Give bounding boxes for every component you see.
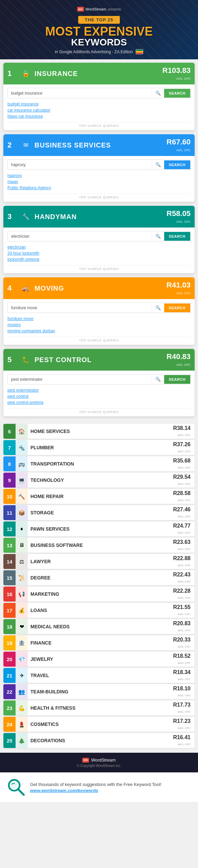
- list-item-22: 22 👥 TEAM-BUILDING R18.10 AVG. CPC: [3, 684, 195, 699]
- list-price-16: R22.28: [173, 588, 191, 594]
- search-input-5[interactable]: [8, 375, 152, 384]
- list-price-15: R22.43: [173, 572, 191, 578]
- top5-card-5: 5 🐛 PEST CONTROL R40.83 AVG. CPC 🔍 SEARC…: [3, 349, 195, 416]
- footer-wordstream: WS WordStream © Copyright WordStream Inc…: [0, 753, 198, 772]
- card-body-4: 🔍 SEARCH furniture movemoversmoving comp…: [3, 299, 195, 345]
- list-price-block-22: R18.10 AVG. CPC: [173, 686, 195, 698]
- query-3-0[interactable]: electrician: [7, 244, 191, 250]
- footer-cta-link[interactable]: www.wordstream.com/keywords: [30, 788, 161, 793]
- card-header-5: 5 🐛 PEST CONTROL R40.83 AVG. CPC: [3, 349, 195, 371]
- list-rank-7: 7: [3, 440, 16, 455]
- search-button-3[interactable]: SEARCH: [164, 232, 190, 241]
- card-header-4: 4 🚚 MOVING R41.03 AVG. CPC: [3, 277, 195, 299]
- list-price-22: R18.10: [173, 686, 191, 692]
- list-item-15: 15 📜 DEGREE R22.43 AVG. CPC: [3, 570, 195, 585]
- list-name-22: TEAM-BUILDING: [28, 689, 173, 694]
- card-header-3: 3 🔧 HANDYMAN R58.05 AVG. CPC: [3, 206, 195, 228]
- list-price-block-11: R27.46 AVG. CPC: [173, 507, 195, 519]
- list-name-20: JEWELRY: [28, 656, 173, 662]
- list-name-24: COSMETICS: [28, 722, 173, 727]
- list-avg-13: AVG. CPC: [178, 548, 191, 551]
- card-title-5: PEST CONTROL: [35, 356, 167, 364]
- list-item-12: 12 ♦ PAWN SERVICES R24.77 AVG. CPC: [3, 521, 195, 536]
- card-body-5: 🔍 SEARCH pest exterminatorpest controlpe…: [3, 371, 195, 416]
- query-5-0[interactable]: pest exterminator: [7, 387, 191, 393]
- list-rank-24: 24: [3, 717, 16, 732]
- query-3-2[interactable]: locksmith pretoria: [7, 256, 191, 262]
- search-icon-1: 🔍: [152, 88, 164, 98]
- list-price-19: R20.33: [173, 637, 191, 643]
- list-name-13: BUSINESS SOFTWARE: [28, 542, 173, 548]
- list-icon-8: 🚌: [16, 456, 28, 471]
- search-input-4[interactable]: [8, 303, 152, 313]
- list-price-8: R35.68: [173, 458, 191, 464]
- search-input-1[interactable]: [8, 88, 152, 98]
- search-button-2[interactable]: SEARCH: [164, 160, 190, 169]
- list-item-16: 16 📢 MARKETING R22.28 AVG. CPC: [3, 587, 195, 601]
- card-price-1: R103.83: [162, 66, 191, 75]
- query-1-2[interactable]: hippo car insurance: [7, 113, 191, 119]
- search-button-1[interactable]: SEARCH: [164, 89, 190, 98]
- list-price-block-13: R23.63 AVG. CPC: [173, 539, 195, 551]
- list-price-12: R24.77: [173, 523, 191, 529]
- list-price-block-23: R17.73 AVG. CPC: [173, 702, 195, 714]
- list-icon-16: 📢: [16, 587, 28, 601]
- sample-queries-4: furniture movemoversmoving companies dur…: [7, 316, 191, 334]
- list-rank-20: 20: [3, 652, 16, 667]
- list-avg-20: AVG. CPC: [178, 662, 191, 665]
- query-4-2[interactable]: moving companies durban: [7, 328, 191, 334]
- query-5-1[interactable]: pest control: [7, 393, 191, 399]
- avg-cpc-1: AVG. CPC: [176, 77, 191, 80]
- search-icon-5: 🔍: [152, 374, 164, 384]
- search-row-4[interactable]: 🔍 SEARCH: [7, 302, 191, 313]
- top-sample-label-5: TOP SAMPLE QUERIES: [7, 408, 191, 414]
- query-3-1[interactable]: 24 hour locksmith: [7, 250, 191, 256]
- sample-queries-1: budget insurancecar insurance calculator…: [7, 101, 191, 119]
- footer-copyright: © Copyright WordStream Inc.: [5, 764, 193, 768]
- list-avg-9: AVG. CPC: [178, 482, 191, 486]
- card-icon-5: 🐛: [20, 354, 31, 365]
- card-title-2: BUSINESS SERVICES: [35, 141, 167, 149]
- list-name-10: HOME REPAIR: [28, 494, 173, 499]
- query-1-1[interactable]: car insurance calculator: [7, 107, 191, 113]
- query-2-2[interactable]: Public Relations Agency: [7, 185, 191, 191]
- list-price-block-14: R22.88 AVG. CPC: [173, 555, 195, 568]
- search-input-3[interactable]: [8, 232, 152, 241]
- search-row-3[interactable]: 🔍 SEARCH: [7, 231, 191, 241]
- list-avg-24: AVG. CPC: [178, 727, 191, 730]
- list-name-21: TRAVEL: [28, 673, 173, 678]
- list-item-10: 10 🔨 HOME REPAIR R28.58 AVG. CPC: [3, 489, 195, 504]
- card-header-2: 2 ✉ BUSINESS SERVICES R67.60 AVG. CPC: [3, 134, 195, 156]
- query-5-2[interactable]: pest control pretoria: [7, 399, 191, 406]
- list-rank-6: 6: [3, 424, 16, 439]
- search-button-4[interactable]: SEARCH: [164, 303, 190, 312]
- list-avg-10: AVG. CPC: [178, 499, 191, 502]
- list-icon-19: 🏦: [16, 635, 28, 650]
- list-avg-18: AVG. CPC: [178, 629, 191, 632]
- query-4-1[interactable]: movers: [7, 322, 191, 328]
- search-row-1[interactable]: 🔍 SEARCH: [7, 88, 191, 98]
- list-icon-18: ❤: [16, 619, 28, 634]
- query-2-1[interactable]: mway: [7, 179, 191, 185]
- list-price-block-12: R24.77 AVG. CPC: [173, 523, 195, 535]
- query-2-0[interactable]: haproxy: [7, 173, 191, 179]
- search-row-2[interactable]: 🔍 SEARCH: [7, 159, 191, 170]
- search-button-5[interactable]: SEARCH: [164, 375, 190, 384]
- card-price-block-1: R103.83 AVG. CPC: [162, 66, 191, 81]
- list-rank-15: 15: [3, 570, 16, 585]
- list-name-9: TECHNOLOGY: [28, 477, 173, 483]
- sample-queries-3: electrician24 hour locksmithlocksmith pr…: [7, 244, 191, 262]
- card-icon-3: 🔧: [20, 211, 31, 222]
- card-price-block-3: R58.05 AVG. CPC: [167, 209, 191, 224]
- search-input-2[interactable]: [8, 160, 152, 170]
- query-4-0[interactable]: furniture move: [7, 316, 191, 322]
- query-1-0[interactable]: budget insurance: [7, 101, 191, 107]
- top-sample-label-4: TOP SAMPLE QUERIES: [7, 337, 191, 342]
- search-row-5[interactable]: 🔍 SEARCH: [7, 374, 191, 384]
- list-icon-14: ⚖: [16, 554, 28, 569]
- list-price-11: R27.46: [173, 507, 191, 513]
- list-icon-10: 🔨: [16, 489, 28, 504]
- list-price-block-8: R35.68 AVG. CPC: [173, 458, 195, 470]
- list-price-block-9: R29.54 AVG. CPC: [173, 474, 195, 486]
- list-icon-6: 🏠: [16, 424, 28, 439]
